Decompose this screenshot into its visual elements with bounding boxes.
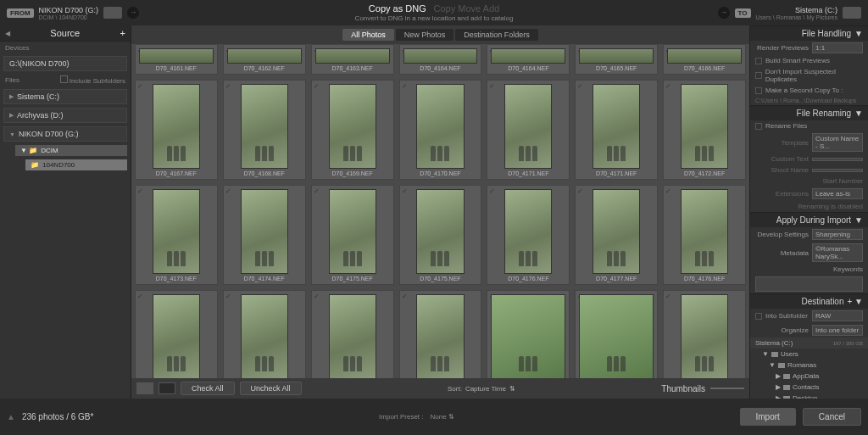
thumbnail[interactable]: ✓D70_4166.NEF [663,44,746,75]
thumb-checkmark-icon[interactable]: ✓ [314,293,320,300]
grid-view-button[interactable] [136,382,153,394]
thumbnail[interactable]: ✓D70_4182.NEF [487,290,570,378]
folder-row[interactable]: ▶Desktop [750,393,868,399]
thumb-checkmark-icon[interactable]: ✓ [137,187,143,195]
thumbnail[interactable]: ✓D70_4165.NEF [575,44,658,75]
device-row[interactable]: G:\(NIKON D700) [3,56,127,71]
thumbnail[interactable]: ✓D70_4171.NEF [487,80,570,180]
uncheck-all-button[interactable]: Uncheck All [240,382,302,395]
shoot-name-input[interactable] [812,169,863,172]
import-mode-title[interactable]: Copy as DNG [369,3,426,14]
check-all-button[interactable]: Check All [181,382,235,395]
dest-arrow-button[interactable]: → [718,7,730,19]
tab-destination-folders[interactable]: Destination Folders [455,29,538,41]
render-previews-select[interactable]: 1:1 [812,42,863,53]
thumb-checkmark-icon[interactable]: ✓ [577,82,583,90]
thumbnail[interactable]: ✓D70_4177.NEF [575,185,658,285]
drive-row[interactable]: ▶Archyvas (D:) [3,108,127,123]
folder-row[interactable]: ▶Contacts [750,382,868,393]
thumb-checkmark-icon[interactable]: ✓ [577,187,583,195]
thumb-checkmark-icon[interactable]: ✓ [402,187,408,195]
import-button[interactable]: Import [740,408,796,426]
organize-select[interactable]: Into one folder [812,325,863,336]
thumbnail[interactable]: ✓D70_4173.NEF [135,185,218,285]
thumbnail[interactable]: ✓D70_4178.NEF [663,185,746,285]
thumbnail-size-slider[interactable] [710,388,744,389]
template-select[interactable]: Custom Name - S... [812,133,863,152]
thumb-checkmark-icon[interactable]: ✓ [225,293,231,300]
thumbnail[interactable]: ✓D70_4184.NEF [663,290,746,378]
sort-direction-icon[interactable]: ⇅ [509,385,515,393]
apply-during-import-header[interactable]: Apply During Import [776,215,851,225]
file-renaming-header[interactable]: File Renaming [797,109,851,118]
tab-new-photos[interactable]: New Photos [396,29,454,41]
keywords-input[interactable] [755,276,863,292]
dupes-checkbox[interactable] [755,72,762,79]
folder-row[interactable]: ▶AppData [750,371,868,382]
smart-previews-checkbox[interactable] [755,58,762,64]
thumb-checkmark-icon[interactable]: ✓ [402,82,408,90]
import-preset-select[interactable]: None ⇅ [431,413,454,421]
thumbnail[interactable]: ✓D70_4171.NEF [575,80,658,180]
thumbnail[interactable]: ✓D70_4172.NEF [663,80,746,180]
thumbnail[interactable]: ✓D70_4169.NEF [311,80,394,180]
thumbnail[interactable]: ✓D70_4168.NEF [223,80,306,180]
thumb-checkmark-icon[interactable]: ✓ [665,293,671,300]
thumbnail[interactable]: ✓D70_4174.NEF [223,185,306,285]
thumbnail[interactable]: ✓D70_4163.NEF [311,44,394,75]
rename-files-label: Rename Files [765,122,807,130]
thumbnail[interactable]: ✓D70_4175.NEF [311,185,394,285]
eject-from-button[interactable]: → [127,7,139,19]
thumb-checkmark-icon[interactable]: ✓ [225,187,231,195]
collapse-source-icon[interactable]: ◀ [5,30,10,37]
folder-row[interactable]: ▼Romanas [750,360,868,371]
extensions-select[interactable]: Leave as-is [812,188,863,199]
thumbnail[interactable]: ✓D70_4179.NEF [135,290,218,378]
expand-filmstrip-icon[interactable]: ▲ [7,412,15,421]
folder-row-selected[interactable]: 📁104ND700 [25,159,127,170]
thumbnail[interactable]: ✓D70_4164.NEF [399,44,482,75]
thumbnail[interactable]: ✓D70_4164.NEF [487,44,570,75]
file-handling-header[interactable]: File Handling [802,29,851,38]
thumbnail[interactable]: ✓D70_4167.NEF [135,80,218,180]
into-subfolder-checkbox[interactable] [755,313,762,320]
thumbnail[interactable]: ✓D70_4180.NEF [223,290,306,378]
second-copy-checkbox[interactable] [755,87,762,94]
include-subfolders-checkbox[interactable] [60,75,68,83]
drive-row[interactable]: ▶Sistema (C:) [3,89,127,104]
tab-all-photos[interactable]: All Photos [342,29,394,41]
folder-row[interactable]: ▼Users [750,349,868,360]
thumb-checkmark-icon[interactable]: ✓ [402,293,408,300]
thumbnail[interactable]: ✓D70_4181.NEF [311,290,394,378]
thumb-checkmark-icon[interactable]: ✓ [225,82,231,90]
thumbnail[interactable]: ✓D70_4162.NEF [223,44,306,75]
thumb-checkmark-icon[interactable]: ✓ [489,187,495,195]
thumbnail[interactable]: ✓D70_4183.NEF [575,290,658,378]
drive-row[interactable]: ▼NIKON D700 (G:) [3,126,127,142]
into-subfolder-input[interactable]: RAW [812,310,863,321]
thumbnail[interactable]: ✓D70_4181.NEF [399,290,482,378]
thumb-checkmark-icon[interactable]: ✓ [489,82,495,90]
thumb-checkmark-icon[interactable]: ✓ [137,82,143,90]
sort-dropdown[interactable]: Capture Time [465,385,506,393]
thumb-checkmark-icon[interactable]: ✓ [314,82,320,90]
folder-row[interactable]: ▼ 📁DCIM [15,145,127,156]
custom-text-input[interactable] [812,158,863,161]
destination-header[interactable]: Destination [801,297,843,306]
thumbnail[interactable]: ✓D70_4175.NEF [399,185,482,285]
import-mode-options[interactable]: Copy Move Add [433,3,499,14]
volume-row[interactable]: Sistema (C:)197 / 300 GB [750,337,868,349]
thumb-checkmark-icon[interactable]: ✓ [665,187,671,195]
thumb-checkmark-icon[interactable]: ✓ [137,293,143,300]
thumb-checkmark-icon[interactable]: ✓ [665,82,671,90]
thumbnail[interactable]: ✓D70_4176.NEF [487,185,570,285]
thumbnail[interactable]: ✓D70_4161.NEF [135,44,218,75]
thumb-checkmark-icon[interactable]: ✓ [314,187,320,195]
metadata-select[interactable]: ©Romanas NarySk... [812,243,863,262]
rename-files-checkbox[interactable] [755,123,762,130]
loupe-view-button[interactable] [159,382,175,394]
add-source-icon[interactable]: + [120,28,125,38]
thumbnail[interactable]: ✓D70_4170.NEF [399,80,482,180]
cancel-button[interactable]: Cancel [803,408,861,426]
develop-settings-select[interactable]: Sharpening [812,229,863,240]
